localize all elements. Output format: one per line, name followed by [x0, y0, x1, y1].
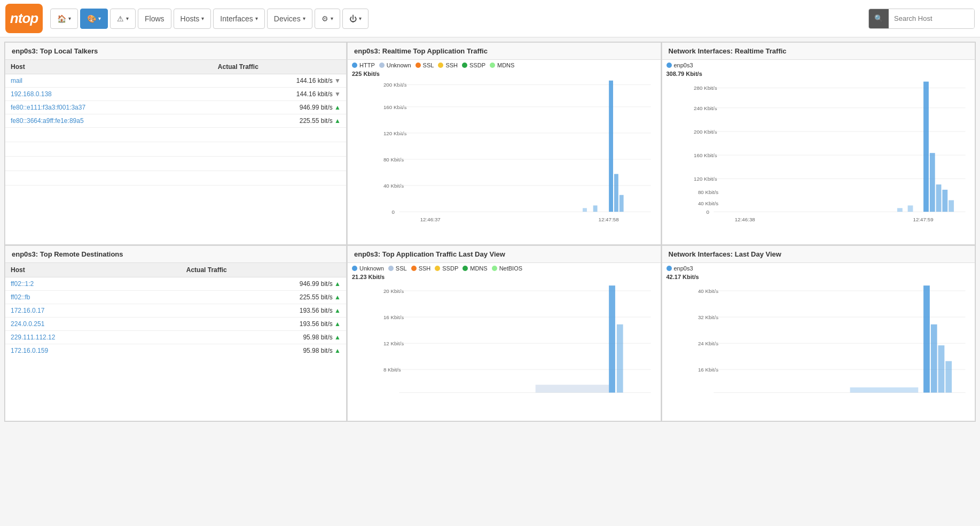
ni-last-day-chart-area: 42.17 Kbit/s 40 Kbit/s 32 Kbit/s 24 Kbit… — [662, 274, 975, 421]
svg-rect-34 — [929, 153, 935, 212]
netbios-day-label: NetBIOS — [499, 265, 522, 272]
host-link[interactable]: ff02::1:2 — [11, 280, 34, 288]
ni-last-day-current-value: 42.17 Kbit/s — [667, 274, 971, 280]
host-link[interactable]: 172.16.0.159 — [11, 347, 48, 354]
alert-icon: ⚠ — [117, 14, 124, 23]
hosts-chevron-icon: ▾ — [201, 16, 204, 21]
legend-http: HTTP — [352, 62, 375, 68]
table-row: fe80::3664:a9ff:fe1e:89a5 225.55 bit/s ▲ — [5, 114, 346, 128]
legend-ssl-day: SSL — [388, 265, 407, 272]
legend-ssh-day: SSH — [411, 265, 431, 272]
enp0s3-realtime-label: enp0s3 — [674, 62, 693, 68]
realtime-app-legend: HTTP Unknown SSL SSH SSDP — [348, 60, 661, 71]
traffic-cell: 193.56 bit/s ▲ — [181, 318, 346, 331]
col-traffic: Actual Traffic — [213, 60, 346, 74]
host-link[interactable]: 229.111.112.12 — [11, 334, 55, 341]
search-button[interactable]: 🔍 — [869, 9, 889, 28]
top-remote-destinations-header: enp0s3: Top Remote Destinations — [5, 246, 346, 263]
home-button[interactable]: 🏠 ▾ — [50, 9, 78, 29]
realtime-app-traffic-panel: enp0s3: Realtime Top Application Traffic… — [347, 42, 661, 245]
traffic-cell: 144.16 kbit/s ▼ — [213, 74, 346, 88]
mdns-day-dot — [462, 266, 468, 271]
logo[interactable]: ntop — [5, 4, 43, 33]
arrow-up-icon: ▲ — [334, 280, 341, 288]
top-local-talkers-panel: enp0s3: Top Local Talkers Host Actual Tr… — [5, 42, 347, 245]
legend-mdns-day: MDNS — [462, 265, 487, 272]
top-remote-destinations-panel: enp0s3: Top Remote Destinations Host Act… — [5, 245, 347, 421]
svg-text:280 Kbit/s: 280 Kbit/s — [694, 85, 717, 91]
ssl-dot — [415, 63, 421, 68]
remote-col-traffic: Actual Traffic — [181, 263, 346, 277]
unknown-day-dot — [352, 266, 357, 271]
flows-button[interactable]: Flows — [138, 9, 171, 29]
devices-label: Devices — [274, 14, 301, 23]
host-cell: 172.16.0.17 — [5, 304, 181, 318]
interfaces-label: Interfaces — [220, 14, 253, 23]
home-icon: 🏠 — [57, 14, 66, 23]
arrow-down-icon: ▼ — [334, 90, 341, 98]
ssh-day-label: SSH — [419, 265, 431, 272]
host-cell: mail — [5, 74, 213, 88]
host-link[interactable]: fe80::3664:a9ff:fe1e:89a5 — [11, 117, 84, 125]
svg-text:80 Kbit/s: 80 Kbit/s — [697, 189, 718, 195]
app-traffic-last-day-chart-svg: 20 Kbit/s 16 Kbit/s 12 Kbit/s 8 Kbit/s — [352, 281, 656, 415]
svg-text:120 Kbit/s: 120 Kbit/s — [694, 176, 717, 182]
svg-rect-36 — [942, 190, 947, 212]
legend-ssl: SSL — [415, 62, 434, 68]
bottom-row: enp0s3: Top Remote Destinations Host Act… — [4, 245, 976, 422]
realtime-app-chart-svg: 200 Kbit/s 160 Kbit/s 120 Kbit/s 80 Kbit… — [352, 78, 656, 238]
alerts-button[interactable]: ⚠ ▾ — [110, 9, 136, 29]
host-link[interactable]: fe80::e111:f3a3:f001:3a37 — [11, 104, 85, 111]
hosts-button[interactable]: Hosts ▾ — [174, 9, 211, 29]
host-cell: 224.0.0.251 — [5, 318, 181, 331]
settings-icon: ⚙ — [322, 14, 328, 23]
empty-cell — [213, 157, 346, 171]
empty-cell — [213, 142, 346, 157]
host-link[interactable]: mail — [11, 77, 22, 84]
unknown-label: Unknown — [387, 62, 411, 68]
host-link[interactable]: 224.0.0.251 — [11, 320, 44, 328]
svg-text:12:47:59: 12:47:59 — [913, 216, 933, 222]
ssl-label: SSL — [423, 62, 434, 68]
app-traffic-last-day-panel: enp0s3: Top Application Traffic Last Day… — [347, 245, 661, 421]
network-interfaces-realtime-panel: Network Interfaces: Realtime Traffic enp… — [662, 42, 976, 245]
traffic-cell: 225.55 bit/s ▲ — [181, 291, 346, 304]
host-link[interactable]: 172.16.0.17 — [11, 307, 44, 314]
table-row: 224.0.0.251 193.56 bit/s ▲ — [5, 318, 346, 331]
settings-chevron-icon: ▾ — [331, 16, 333, 21]
table-row: fe80::e111:f3a3:f001:3a37 946.99 bit/s ▲ — [5, 101, 346, 114]
mdns-day-label: MDNS — [470, 265, 487, 272]
interfaces-button[interactable]: Interfaces ▾ — [213, 9, 264, 29]
empty-cell — [5, 185, 213, 200]
legend-mdns: MDNS — [490, 62, 514, 68]
search-input[interactable] — [889, 9, 974, 28]
traffic-cell: 946.99 bit/s ▲ — [213, 101, 346, 114]
table-row — [5, 128, 346, 142]
svg-text:160 Kbit/s: 160 Kbit/s — [694, 152, 717, 158]
ssh-label: SSH — [445, 62, 458, 68]
legend-unknown-day: Unknown — [352, 265, 384, 272]
http-label: HTTP — [359, 62, 375, 68]
host-link[interactable]: ff02::fb — [11, 293, 30, 301]
settings-button[interactable]: ⚙ ▾ — [315, 9, 340, 29]
arrow-down-icon: ▼ — [334, 77, 341, 84]
dashboard-chevron-icon: ▾ — [98, 16, 101, 21]
app-traffic-last-day-chart-area: 21.23 Kbit/s 20 Kbit/s 16 Kbit/s 12 Kbit… — [348, 274, 661, 421]
host-link[interactable]: 192.168.0.138 — [11, 90, 52, 98]
empty-cell — [5, 142, 213, 157]
hosts-label: Hosts — [181, 14, 200, 23]
dashboard-button[interactable]: 🎨 ▾ — [80, 9, 108, 29]
empty-cell — [213, 128, 346, 142]
devices-button[interactable]: Devices ▾ — [267, 9, 312, 29]
svg-text:0: 0 — [706, 209, 709, 215]
table-row: 172.16.0.159 95.98 bit/s ▲ — [5, 344, 346, 358]
ssdp-dot — [462, 63, 467, 68]
ssdp-day-dot — [435, 266, 440, 271]
table-row: 229.111.112.12 95.98 bit/s ▲ — [5, 331, 346, 344]
svg-rect-64 — [930, 324, 937, 393]
power-chevron-icon: ▾ — [359, 16, 362, 21]
host-cell: 229.111.112.12 — [5, 331, 181, 344]
http-dot — [352, 63, 357, 68]
power-button[interactable]: ⏻ ▾ — [342, 9, 369, 29]
interfaces-chevron-icon: ▾ — [255, 16, 258, 21]
